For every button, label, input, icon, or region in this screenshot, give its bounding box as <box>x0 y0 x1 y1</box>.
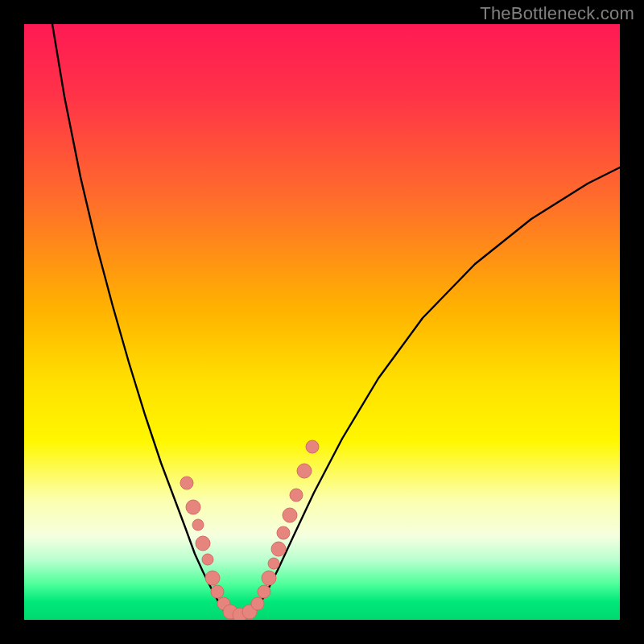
curve-marker <box>262 571 276 585</box>
curve-marker <box>180 477 193 489</box>
curve-marker <box>211 585 224 598</box>
plot-area <box>24 24 620 620</box>
chart-frame: TheBottleneck.com <box>0 0 644 644</box>
curve-marker <box>251 597 264 610</box>
curve-marker <box>202 554 213 565</box>
curve-marker <box>283 508 297 522</box>
curve-marker <box>186 500 200 514</box>
curve-marker <box>258 585 270 598</box>
curve-marker <box>271 542 286 556</box>
curve-marker <box>268 558 279 569</box>
marker-group <box>180 440 319 620</box>
curve-marker <box>297 464 312 478</box>
watermark-text: TheBottleneck.com <box>480 3 634 24</box>
curve-path <box>52 24 620 617</box>
v-curve <box>24 24 620 620</box>
curve-marker <box>290 489 303 502</box>
curve-marker <box>277 526 290 539</box>
curve-marker <box>192 519 204 530</box>
curve-marker <box>205 571 220 585</box>
curve-marker <box>306 440 319 453</box>
curve-marker <box>196 536 210 551</box>
